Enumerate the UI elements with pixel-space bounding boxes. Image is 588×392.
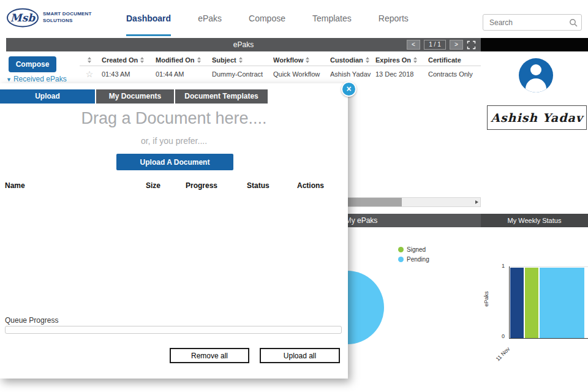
- search-icon[interactable]: [569, 18, 578, 27]
- sort-icon[interactable]: [197, 57, 201, 63]
- x-tick-label: 11 Nov: [495, 346, 511, 363]
- page-prev-button[interactable]: <: [407, 40, 420, 50]
- nav-tab-templates[interactable]: Templates: [312, 0, 352, 36]
- queue-progress-bar: [5, 326, 342, 334]
- queue-column-actions: Actions: [297, 181, 324, 190]
- upload-modal-tabs: Upload My Documents Document Templates: [0, 89, 269, 104]
- bar-green: [525, 268, 538, 338]
- page-indicator: 1 / 1: [424, 40, 446, 50]
- gridline: [509, 266, 588, 267]
- column-subject[interactable]: Subject: [212, 54, 273, 66]
- user-avatar-icon[interactable]: [519, 58, 553, 92]
- epaks-panel-header: ePaks < 1 / 1 >: [6, 38, 481, 51]
- profile-panel-header-bar: [481, 38, 588, 51]
- bar-group: [510, 268, 584, 338]
- legend-item-pending: Pending: [398, 256, 429, 263]
- compose-button[interactable]: Compose: [9, 56, 56, 72]
- column-created-on[interactable]: Created On: [102, 54, 156, 66]
- tab-my-documents[interactable]: My Documents: [96, 89, 174, 104]
- tab-upload[interactable]: Upload: [0, 89, 95, 104]
- y-tick-0: 0: [502, 333, 505, 339]
- legend-label-pending: Pending: [407, 256, 429, 263]
- brand-name-line2: SOLUTIONS: [43, 18, 92, 24]
- dropzone-subtitle: or, if you prefer....: [0, 136, 348, 146]
- cell-subject: Dummy-Contract: [212, 66, 273, 81]
- sort-icon[interactable]: [239, 57, 243, 63]
- column-label: Certificate: [428, 56, 461, 64]
- column-star[interactable]: [80, 54, 102, 66]
- avatar-head: [530, 64, 541, 75]
- y-axis: [509, 266, 510, 339]
- cell-modified-on: 01:44 AM: [156, 66, 212, 81]
- sort-icon[interactable]: [88, 57, 91, 63]
- queue-column-name: Name: [5, 181, 25, 190]
- cell-workflow: Quick Workflow: [273, 66, 330, 81]
- column-label: Created On: [102, 56, 138, 64]
- nav-tab-compose[interactable]: Compose: [249, 0, 285, 36]
- search-input[interactable]: [483, 15, 581, 30]
- column-workflow[interactable]: Workflow: [273, 54, 330, 66]
- cell-created-on: 01:43 AM: [102, 66, 156, 81]
- cell-expires-on: 13 Dec 2018: [375, 66, 428, 81]
- cell-certificate: Contracts Only: [428, 66, 481, 81]
- column-label: Expires On: [375, 56, 411, 64]
- nav-tab-epaks[interactable]: ePaks: [198, 0, 222, 36]
- sort-icon[interactable]: [306, 57, 309, 63]
- signature-box: Ashish Yadav: [487, 105, 587, 130]
- epak-table-row[interactable]: ☆ 01:43 AM 01:44 AM Dummy-Contract Quick…: [80, 66, 481, 81]
- page-next-button[interactable]: >: [450, 40, 463, 50]
- x-axis: [509, 338, 588, 339]
- upload-queue-header: Name Size Progress Status Actions: [0, 181, 348, 192]
- expand-icon[interactable]: [467, 40, 476, 50]
- queue-column-status: Status: [247, 181, 270, 190]
- column-modified-on[interactable]: Modified On: [156, 54, 212, 66]
- column-expires-on[interactable]: Expires On: [375, 54, 428, 66]
- column-label: Subject: [212, 56, 236, 64]
- received-epaks-label: Received ePaks: [13, 75, 67, 83]
- main-nav: Dashboard ePaks Compose Templates Report…: [126, 0, 409, 36]
- weekly-status-header: My Weekly Status: [481, 214, 588, 227]
- queue-column-size: Size: [146, 181, 160, 190]
- nav-tab-dashboard[interactable]: Dashboard: [126, 0, 171, 36]
- pending-dot-icon: [398, 257, 404, 262]
- y-tick-1: 1: [502, 263, 505, 269]
- weekly-status-bar-chart: ePaks 1 0 11 Nov: [481, 227, 588, 392]
- received-epaks-toggle[interactable]: ▼Received ePaks: [6, 75, 67, 83]
- brand-logo[interactable]: Msb SMART DOCUMENT SOLUTIONS: [6, 7, 92, 28]
- sort-icon[interactable]: [140, 57, 144, 63]
- nav-tab-reports[interactable]: Reports: [379, 0, 409, 36]
- dropzone-title: Drag a Document here....: [0, 109, 348, 128]
- column-custodian[interactable]: Custodian: [330, 54, 375, 66]
- top-navigation: Msb SMART DOCUMENT SOLUTIONS Dashboard e…: [0, 0, 588, 37]
- close-icon[interactable]: ×: [341, 81, 356, 97]
- sort-icon[interactable]: [366, 57, 369, 63]
- brand-logo-icon: Msb: [6, 7, 39, 28]
- column-label: Custodian: [330, 56, 363, 64]
- star-icon[interactable]: ☆: [86, 69, 94, 79]
- brand-name-line1: SMART DOCUMENT: [43, 11, 92, 18]
- legend-label-signed: Signed: [407, 246, 426, 253]
- brand-mark: Msb: [10, 12, 36, 24]
- legend-item-signed: Signed: [398, 246, 429, 253]
- bar-lightblue: [540, 268, 584, 338]
- sort-icon[interactable]: [413, 57, 417, 63]
- pagination: < 1 / 1 >: [407, 40, 476, 50]
- tab-document-templates[interactable]: Document Templates: [175, 89, 268, 104]
- upload-a-document-button[interactable]: Upload A Document: [116, 154, 233, 170]
- avatar-body: [526, 78, 546, 92]
- upload-modal: Upload My Documents Document Templates ×…: [0, 83, 348, 379]
- cell-custodian: Ashish Yadav: [330, 66, 375, 81]
- epaks-table-header: Created On Modified On Subject Workflow …: [80, 54, 481, 66]
- upload-all-button[interactable]: Upload all: [260, 348, 340, 363]
- queue-column-progress: Progress: [186, 181, 217, 190]
- column-label: Workflow: [273, 56, 303, 64]
- remove-all-button[interactable]: Remove all: [170, 348, 249, 363]
- signed-dot-icon: [398, 247, 404, 252]
- y-axis-label: ePaks: [483, 291, 489, 306]
- scrollbar-right-arrow-icon[interactable]: [475, 200, 478, 204]
- search-box: [483, 14, 582, 31]
- brand-name: SMART DOCUMENT SOLUTIONS: [43, 11, 92, 24]
- bar-navy: [510, 268, 524, 338]
- column-label: Modified On: [156, 56, 195, 64]
- column-certificate[interactable]: Certificate: [428, 54, 481, 66]
